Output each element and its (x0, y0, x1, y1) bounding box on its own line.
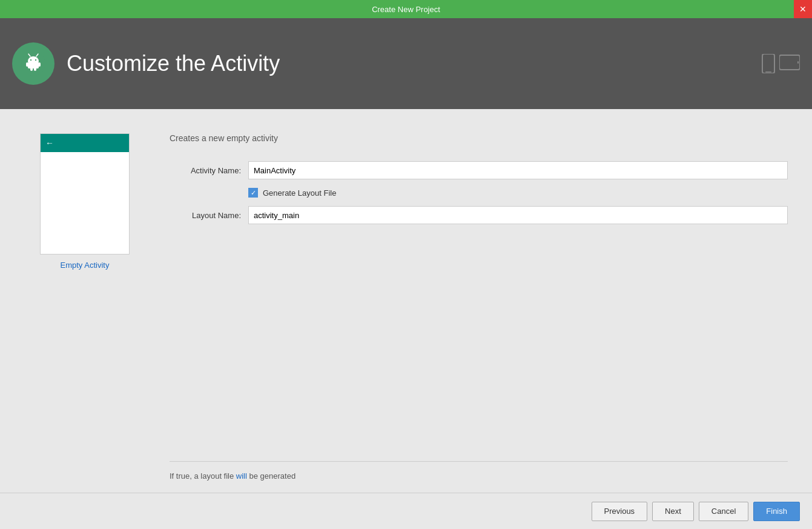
back-arrow-icon: ← (45, 138, 54, 148)
preview-label: Empty Activity (61, 261, 110, 270)
tablet-icon (779, 54, 800, 71)
preview-panel: ← Empty Activity (24, 121, 145, 481)
divider (170, 461, 788, 462)
svg-rect-6 (34, 67, 36, 71)
svg-point-8 (35, 59, 36, 61)
main-window: Customize the Activity ← (0, 18, 812, 529)
help-text: If true, a layout file will be generated (170, 471, 788, 481)
phone-icon (761, 54, 776, 73)
close-button[interactable]: ✕ (794, 0, 812, 18)
description-text: Creates a new empty activity (170, 121, 788, 143)
activity-name-label: Activity Name: (170, 166, 248, 175)
main-area: ← Empty Activity Creates a new empty act… (24, 121, 788, 481)
svg-rect-5 (30, 67, 33, 71)
activity-name-input[interactable] (248, 161, 788, 179)
phone-statusbar: ← (41, 134, 129, 152)
page-title: Customize the Activity (67, 51, 280, 76)
layout-name-label: Layout Name: (170, 211, 248, 220)
next-button[interactable]: Next (652, 502, 694, 521)
help-text-highlight: will (236, 471, 247, 481)
title-bar: Create New Project ✕ (0, 0, 812, 18)
svg-rect-3 (26, 62, 28, 67)
previous-button[interactable]: Previous (592, 502, 648, 521)
svg-rect-2 (28, 62, 39, 68)
generate-layout-label: Generate Layout File (263, 188, 336, 198)
svg-rect-11 (762, 54, 774, 73)
svg-rect-12 (765, 72, 771, 73)
layout-name-row: Layout Name: (170, 206, 788, 224)
layout-name-input[interactable] (248, 206, 788, 224)
help-text-after: be generated (247, 471, 295, 481)
generate-layout-checkbox[interactable] (248, 188, 258, 198)
svg-rect-13 (779, 55, 800, 70)
generate-layout-row[interactable]: Generate Layout File (248, 188, 788, 198)
svg-point-7 (30, 59, 31, 61)
header: Customize the Activity (0, 18, 812, 109)
form-panel: Creates a new empty activity Activity Na… (170, 121, 788, 481)
activity-name-row: Activity Name: (170, 161, 788, 179)
window-title: Create New Project (372, 5, 440, 14)
svg-rect-4 (38, 62, 41, 67)
content-area: ← Empty Activity Creates a new empty act… (0, 109, 812, 493)
phone-preview: ← (40, 133, 130, 255)
help-text-before: If true, a layout file (170, 471, 236, 481)
android-logo (12, 42, 54, 85)
finish-button[interactable]: Finish (753, 502, 800, 521)
footer: Previous Next Cancel Finish (0, 493, 812, 529)
cancel-button[interactable]: Cancel (699, 502, 748, 521)
svg-rect-14 (797, 61, 799, 64)
device-icons-container (761, 54, 800, 73)
phone-body (41, 152, 129, 254)
logo-svg (20, 50, 47, 77)
